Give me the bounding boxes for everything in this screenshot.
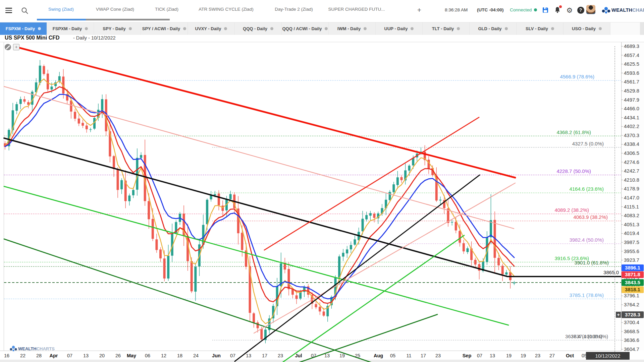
svg-text:Jul: Jul bbox=[295, 353, 302, 358]
symbol-tab-2[interactable]: FSPXM - Daily bbox=[47, 22, 94, 35]
menu-icon[interactable] bbox=[5, 8, 12, 13]
layout-tab-5[interactable]: Day-Trade 2 (Ziad) bbox=[275, 0, 313, 19]
svg-text:4466.0: 4466.0 bbox=[624, 106, 639, 111]
svg-text:4561.7: 4561.7 bbox=[624, 79, 639, 84]
svg-text:4625.5: 4625.5 bbox=[624, 61, 639, 67]
svg-text:07: 07 bbox=[477, 353, 482, 358]
svg-text:3923.7: 3923.7 bbox=[624, 257, 639, 263]
svg-text:3728.3: 3728.3 bbox=[625, 312, 640, 317]
layout-tab-3[interactable]: TICK (Ziad) bbox=[155, 0, 178, 19]
connected-dot bbox=[534, 8, 537, 11]
symbol-tab-3[interactable]: SPY - Daily bbox=[94, 22, 141, 35]
svg-text:4434.1: 4434.1 bbox=[624, 115, 639, 120]
svg-text:16: 16 bbox=[4, 353, 9, 358]
svg-text:20: 20 bbox=[99, 353, 105, 358]
svg-text:24: 24 bbox=[193, 353, 199, 358]
svg-text:4019.4: 4019.4 bbox=[624, 230, 639, 236]
svg-text:4593.6: 4593.6 bbox=[624, 70, 639, 76]
layout-tab-2[interactable]: VWAP Cone (Ziad) bbox=[96, 0, 134, 19]
symbol-row-spacer bbox=[610, 22, 640, 35]
svg-text:10/12/2022: 10/12/2022 bbox=[595, 353, 620, 359]
svg-text:19: 19 bbox=[339, 353, 345, 358]
svg-text:07: 07 bbox=[230, 353, 235, 358]
layout-tab-4[interactable]: ATR SWING CYCLE (Ziad) bbox=[199, 0, 253, 19]
notifications-bell-icon[interactable] bbox=[553, 6, 562, 15]
tab-status-dot bbox=[505, 27, 508, 30]
tab-status-dot bbox=[599, 27, 602, 30]
svg-text:3871.8: 3871.8 bbox=[625, 272, 640, 277]
svg-text:3896.1: 3896.1 bbox=[625, 265, 640, 270]
symbol-tab-8[interactable]: IWM - Daily bbox=[329, 22, 375, 35]
clock: 8:36:28 AM bbox=[445, 7, 468, 12]
svg-text:23: 23 bbox=[278, 353, 283, 358]
tab-status-dot bbox=[38, 27, 41, 30]
symbol-tab-10[interactable]: TLT - Daily bbox=[423, 22, 469, 35]
watermark-dots-icon bbox=[9, 345, 18, 352]
symbol-tab-4[interactable]: SPY / ACWI - Daily bbox=[141, 22, 187, 35]
symbol-tab-5[interactable]: UVXY - Daily bbox=[188, 22, 234, 35]
tab-status-dot bbox=[551, 27, 554, 30]
svg-text:23: 23 bbox=[535, 353, 540, 358]
disable-drawing-icon[interactable] bbox=[5, 44, 11, 50]
chart-title-row: US SPX 500 Mini CFD - Daily - 10/12/2022 bbox=[0, 35, 644, 42]
tab-scroll-track[interactable] bbox=[86, 19, 170, 20]
svg-text:19: 19 bbox=[506, 353, 512, 358]
svg-text:4529.8: 4529.8 bbox=[624, 88, 639, 94]
user-avatar[interactable] bbox=[586, 5, 595, 14]
svg-text:3818.1: 3818.1 bbox=[625, 287, 640, 292]
svg-text:4402.2: 4402.2 bbox=[624, 123, 639, 129]
top-toolbar: Swing (Ziad)VWAP Cone (Ziad)TICK (Ziad)A… bbox=[0, 0, 644, 22]
symbol-tab-row: FSPXM - DailyFSPXM - DailySPY - DailySPY… bbox=[0, 22, 644, 35]
help-icon[interactable]: ? bbox=[576, 6, 585, 15]
svg-text:May: May bbox=[127, 353, 136, 358]
svg-text:3796.1: 3796.1 bbox=[624, 293, 639, 298]
price-chart: 3865.04566.9 (78.6%)4368.2 (61.8%)4327.5… bbox=[0, 42, 644, 362]
svg-text:11: 11 bbox=[406, 353, 411, 358]
symbol-tab-7[interactable]: QQQ / ACWI - Daily bbox=[282, 22, 328, 35]
search-icon[interactable] bbox=[21, 7, 29, 15]
tab-status-dot bbox=[457, 27, 460, 30]
svg-text:Aug: Aug bbox=[374, 353, 383, 358]
layout-tab-1[interactable]: Swing (Ziad) bbox=[48, 0, 74, 19]
svg-text:06: 06 bbox=[145, 353, 150, 358]
svg-text:4051.3: 4051.3 bbox=[624, 222, 639, 227]
symbol-tab-6[interactable]: QQQ - Daily bbox=[235, 22, 281, 35]
svg-text:3604.7: 3604.7 bbox=[624, 346, 639, 352]
svg-text:4497.9: 4497.9 bbox=[624, 97, 639, 103]
add-drawing-icon[interactable]: + bbox=[13, 44, 19, 50]
symbol-tab-11[interactable]: GLD - Daily bbox=[470, 22, 516, 35]
symbol-tab-12[interactable]: SLV - Daily bbox=[517, 22, 563, 35]
symbol-tab-9[interactable]: UUP - Daily bbox=[376, 22, 422, 35]
add-layout-button[interactable]: + bbox=[415, 5, 424, 15]
svg-text:3764.2: 3764.2 bbox=[624, 302, 639, 307]
save-icon[interactable] bbox=[541, 6, 550, 15]
tab-status-dot bbox=[183, 27, 186, 30]
svg-text:12: 12 bbox=[161, 353, 166, 358]
symbol-tab-1[interactable]: FSPXM - Daily bbox=[0, 22, 47, 35]
svg-text:07: 07 bbox=[311, 353, 316, 358]
instrument-subtitle: - Daily - 10/12/2022 bbox=[73, 35, 116, 41]
wealthcharts-logo: WEALTHCHARTS bbox=[601, 6, 644, 14]
wealthcharts-app: Swing (Ziad)VWAP Cone (Ziad)TICK (Ziad)A… bbox=[0, 0, 644, 362]
svg-text:4210.8: 4210.8 bbox=[624, 177, 639, 183]
symbol-tab-13[interactable]: USO - Daily bbox=[564, 22, 610, 35]
settings-gear-icon[interactable]: ⚙ bbox=[565, 6, 574, 15]
layout-tab-6[interactable]: SUPER CHARGED FUTU... bbox=[328, 0, 385, 19]
tab-status-dot bbox=[224, 27, 227, 30]
svg-text:4178.9: 4178.9 bbox=[624, 186, 639, 191]
svg-text:Sep: Sep bbox=[463, 353, 472, 358]
price-axis[interactable]: 4689.34657.44625.54593.64561.74529.84497… bbox=[621, 42, 644, 352]
svg-text:23: 23 bbox=[435, 353, 441, 358]
svg-text:05: 05 bbox=[390, 353, 395, 358]
logo-dots-icon bbox=[601, 6, 611, 14]
tab-status-dot bbox=[85, 27, 88, 30]
svg-text:4242.7: 4242.7 bbox=[624, 168, 639, 174]
svg-text:19: 19 bbox=[521, 353, 526, 358]
svg-text:4274.6: 4274.6 bbox=[624, 159, 639, 165]
instrument-title: US SPX 500 Mini CFD bbox=[5, 35, 60, 41]
tab-status-dot bbox=[325, 27, 328, 30]
chart-plot-area[interactable] bbox=[4, 42, 621, 351]
svg-text:07: 07 bbox=[67, 353, 72, 358]
svg-text:27: 27 bbox=[549, 353, 555, 358]
watermark-logo: WEALTHCHARTS bbox=[9, 345, 55, 352]
